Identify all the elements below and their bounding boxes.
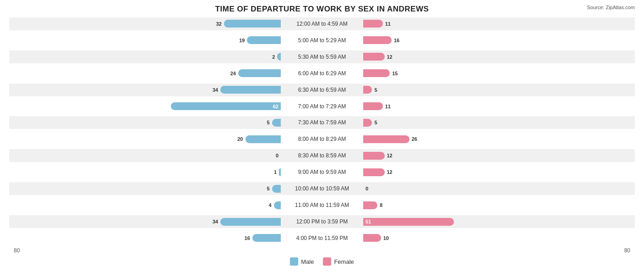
- female-value: 10: [383, 235, 389, 241]
- right-col: 11: [363, 102, 635, 110]
- legend-female-label: Female: [334, 258, 354, 265]
- legend-male: Male: [290, 257, 314, 266]
- male-value: 2: [272, 54, 275, 60]
- table-row: 24 6:00 AM to 6:29 AM 15: [9, 67, 635, 80]
- female-value: 11: [385, 21, 391, 27]
- male-value: 24: [230, 71, 236, 76]
- time-label: 11:00 AM to 11:59 AM: [281, 202, 363, 208]
- right-col: 5: [363, 86, 635, 94]
- male-value: 20: [237, 136, 243, 142]
- left-col: 20: [9, 135, 281, 143]
- male-value-inside: 62: [273, 104, 278, 109]
- male-bar: [272, 119, 281, 127]
- left-col: 0: [9, 152, 281, 160]
- table-row: 34 12:00 PM to 3:59 PM 51: [9, 215, 635, 228]
- female-value: 15: [392, 71, 398, 76]
- table-row: 5 7:30 AM to 7:59 AM 5: [9, 116, 635, 129]
- left-col: 4: [9, 201, 281, 209]
- male-bar: [279, 168, 281, 176]
- table-row: 32 12:00 AM to 4:59 AM 11: [9, 17, 635, 30]
- female-value: 16: [394, 38, 399, 43]
- time-label: 7:30 AM to 7:59 AM: [281, 119, 363, 126]
- male-bar: [274, 201, 281, 209]
- right-col: 10: [363, 234, 635, 242]
- male-bar: [247, 36, 281, 44]
- female-value-inside: 51: [366, 219, 371, 224]
- legend-male-label: Male: [301, 258, 314, 265]
- time-label: 7:00 AM to 7:29 AM: [281, 103, 363, 110]
- axis-left: 80: [9, 247, 281, 254]
- female-value: 8: [380, 202, 382, 208]
- table-row: 34 6:30 AM to 6:59 AM 5: [9, 84, 635, 96]
- female-bar: [363, 168, 385, 176]
- male-value: 0: [276, 153, 278, 158]
- time-label: 5:30 AM to 5:59 AM: [281, 54, 363, 60]
- female-value: 0: [366, 186, 368, 191]
- male-value: 5: [267, 120, 270, 125]
- axis-row: 80 80: [9, 246, 635, 255]
- table-row: 0 8:30 AM to 8:59 AM 12: [9, 149, 635, 162]
- male-value: 19: [239, 38, 245, 43]
- chart-title: TIME OF DEPARTURE TO WORK BY SEX IN ANDR…: [9, 5, 635, 14]
- female-bar: 51: [363, 218, 454, 226]
- time-label: 5:00 AM to 5:29 AM: [281, 37, 363, 44]
- chart-container: TIME OF DEPARTURE TO WORK BY SEX IN ANDR…: [0, 0, 644, 273]
- time-label: 10:00 AM to 10:59 AM: [281, 185, 363, 192]
- axis-right: 80: [363, 247, 635, 254]
- female-bar: [363, 234, 381, 242]
- time-label: 9:00 AM to 9:59 AM: [281, 169, 363, 175]
- time-label: 12:00 PM to 3:59 PM: [281, 218, 363, 225]
- female-bar: [363, 53, 385, 61]
- male-value: 1: [274, 169, 277, 175]
- right-col: 12: [363, 152, 635, 160]
- full-chart: 32 12:00 AM to 4:59 AM 1119 5:00 AM to 5…: [9, 16, 635, 266]
- male-value: 32: [216, 21, 222, 27]
- table-row: 1 9:00 AM to 9:59 AM 12: [9, 166, 635, 178]
- male-value: 4: [268, 202, 271, 208]
- left-col: 24: [9, 69, 281, 77]
- female-bar: [363, 152, 385, 160]
- female-value: 26: [412, 136, 417, 142]
- right-col: 51: [363, 218, 635, 226]
- table-row: 16 4:00 PM to 11:59 PM 10: [9, 232, 635, 245]
- left-col: 1: [9, 168, 281, 176]
- left-col: 5: [9, 185, 281, 193]
- table-row: 19 5:00 AM to 5:29 AM 16: [9, 34, 635, 47]
- legend: Male Female: [9, 257, 635, 266]
- left-col: 34: [9, 218, 281, 226]
- legend-female: Female: [323, 257, 354, 266]
- female-value: 12: [387, 153, 393, 158]
- table-row: 20 8:00 AM to 8:29 AM 26: [9, 133, 635, 145]
- left-col: 16: [9, 234, 281, 242]
- left-col: 34: [9, 86, 281, 94]
- left-col: 32: [9, 20, 281, 28]
- male-bar: [220, 218, 281, 226]
- time-label: 4:00 PM to 11:59 PM: [281, 235, 363, 241]
- left-col: 19: [9, 36, 281, 44]
- right-col: 0: [363, 185, 635, 193]
- right-col: 12: [363, 168, 635, 176]
- time-label: 8:00 AM to 8:29 AM: [281, 136, 363, 142]
- right-col: 5: [363, 119, 635, 127]
- rows-area: 32 12:00 AM to 4:59 AM 1119 5:00 AM to 5…: [9, 16, 635, 246]
- source-text: Source: ZipAtlas.com: [587, 5, 635, 10]
- female-value: 12: [387, 169, 393, 175]
- male-value: 5: [267, 186, 270, 191]
- female-bar: [363, 201, 377, 209]
- male-bar: [224, 20, 281, 28]
- legend-male-box: [290, 257, 298, 266]
- male-bar: [277, 53, 281, 61]
- male-value: 34: [213, 87, 218, 93]
- female-value: 12: [387, 54, 393, 60]
- left-col: 2: [9, 53, 281, 61]
- female-value: 5: [374, 120, 377, 125]
- female-bar: [363, 20, 383, 28]
- right-col: 16: [363, 36, 635, 44]
- male-bar: [238, 69, 281, 77]
- female-bar: [363, 36, 392, 44]
- time-label: 6:30 AM to 6:59 AM: [281, 87, 363, 93]
- right-col: 26: [363, 135, 635, 143]
- left-col: 5: [9, 119, 281, 127]
- left-col: 62: [9, 102, 281, 110]
- table-row: 62 7:00 AM to 7:29 AM 11: [9, 100, 635, 113]
